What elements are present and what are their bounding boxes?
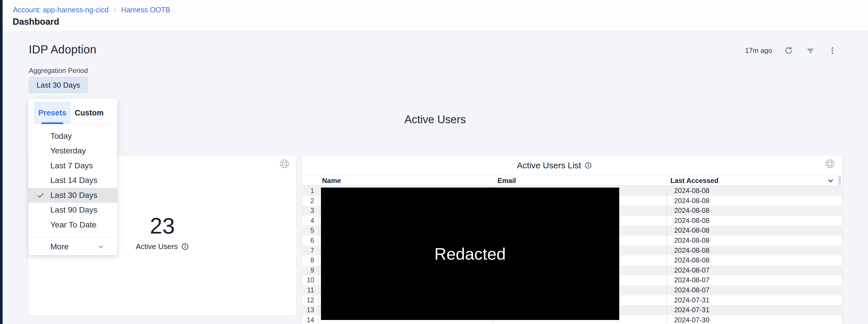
row-number: 6 (302, 236, 314, 246)
last-accessed-value: 2024-08-08 (674, 206, 710, 216)
chevron-down-icon (97, 243, 105, 250)
dropdown-options: Today Yesterday Last 7 Days Last 14 Days (28, 124, 117, 232)
last-accessed-value: 2024-08-08 (674, 246, 710, 256)
row-number: 5 (302, 225, 314, 236)
last-refreshed-label: 17m ago (745, 46, 772, 55)
last-accessed-value: 2024-08-08 (674, 216, 710, 226)
collapsed-sidebar-rail (0, 0, 3, 324)
column-header-last-accessed[interactable]: Last Accessed (671, 175, 718, 186)
dropdown-tabbar: Presets Custom (28, 99, 117, 124)
period-dropdown: Presets Custom Today Yesterday Last 7 Da… (28, 99, 117, 255)
aggregation-period-label: Aggregation Period (29, 67, 88, 75)
last-accessed-value: 2024-08-08 (674, 236, 710, 246)
globe-icon (825, 158, 836, 169)
check-icon (37, 191, 44, 199)
row-number: 2 (302, 196, 314, 206)
dropdown-option-label: Last 90 Days (50, 205, 97, 215)
last-accessed-value: 2024-07-31 (674, 305, 710, 315)
dashboard-toolbar: 17m ago (745, 45, 838, 56)
row-number: 7 (302, 246, 314, 256)
globe-icon (279, 158, 290, 169)
row-number: 12 (302, 295, 314, 305)
dropdown-option[interactable]: Last 30 Days (28, 188, 117, 203)
redacted-overlay: Redacted (321, 187, 619, 320)
breadcrumb-account-link[interactable]: Account: app-harness-ng-cicd (13, 6, 108, 14)
column-divider (318, 175, 319, 324)
row-number: 8 (302, 255, 314, 265)
last-accessed-value: 2024-08-08 (674, 186, 710, 196)
last-accessed-value: 2024-08-07 (674, 265, 710, 276)
last-accessed-value: 2024-08-07 (674, 275, 710, 285)
section-title: Active Users (28, 113, 842, 126)
top-header: Account: app-harness-ng-cicd Harness OOT… (3, 0, 868, 32)
kebab-menu-icon[interactable] (827, 45, 838, 56)
redacted-label: Redacted (434, 244, 506, 263)
dropdown-more-label: More (50, 242, 69, 251)
info-icon[interactable] (181, 243, 189, 250)
table-scrollbar-thumb[interactable] (838, 176, 841, 185)
last-accessed-value: 2024-08-08 (674, 196, 710, 206)
active-users-count-label: Active Users (136, 242, 178, 251)
row-number: 14 (302, 315, 314, 324)
last-accessed-value: 2024-07-30 (674, 315, 710, 324)
page-title: Dashboard (13, 17, 59, 27)
tab-custom[interactable]: Custom (71, 102, 107, 124)
column-header-name[interactable]: Name (322, 175, 341, 186)
info-icon[interactable] (585, 162, 592, 169)
last-accessed-value: 2024-08-08 (674, 255, 710, 265)
row-number: 9 (302, 265, 314, 276)
last-accessed-value: 2024-08-07 (674, 285, 710, 295)
row-number: 13 (302, 305, 314, 315)
breadcrumb-dashboard-link[interactable]: Harness OOTB (121, 6, 170, 14)
breadcrumb: Account: app-harness-ng-cicd Harness OOT… (13, 6, 170, 14)
row-number: 3 (302, 206, 314, 216)
breadcrumb-chevron-icon (113, 8, 117, 12)
dropdown-option[interactable]: Year To Date (28, 217, 117, 232)
last-accessed-value: 2024-07-31 (674, 295, 710, 305)
active-users-list-card: Active Users List Name Email Last Access… (302, 155, 842, 324)
dropdown-option-label: Last 14 Days (50, 176, 97, 185)
dropdown-option-label: Today (50, 132, 72, 141)
column-header-email[interactable]: Email (498, 175, 516, 186)
dropdown-option[interactable]: Today (28, 129, 117, 144)
column-divider (666, 175, 667, 324)
dropdown-option-label: Last 30 Days (50, 191, 97, 200)
table-header: Name Email Last Accessed (302, 175, 842, 186)
row-number: 10 (302, 275, 314, 285)
active-users-list-title: Active Users List (517, 160, 581, 170)
last-accessed-value: 2024-08-08 (674, 225, 710, 236)
refresh-icon[interactable] (783, 45, 794, 56)
chevron-down-icon[interactable] (827, 177, 834, 184)
filter-icon[interactable] (805, 45, 816, 56)
row-number: 1 (302, 186, 314, 196)
dropdown-option-label: Last 7 Days (50, 161, 93, 170)
dropdown-more[interactable]: More (28, 237, 117, 256)
dropdown-option[interactable]: Last 14 Days (28, 173, 117, 188)
row-number: 4 (302, 216, 314, 226)
dashboard-title: IDP Adoption (29, 43, 96, 56)
dropdown-option-label: Year To Date (50, 220, 96, 229)
dropdown-option[interactable]: Last 7 Days (28, 158, 117, 173)
tab-presets[interactable]: Presets (34, 102, 71, 124)
dropdown-option-label: Yesterday (50, 146, 86, 155)
aggregation-period-button[interactable]: Last 30 Days (29, 77, 88, 93)
row-number: 11 (302, 285, 314, 295)
dropdown-option[interactable]: Last 90 Days (28, 203, 117, 218)
dropdown-option[interactable]: Yesterday (28, 144, 117, 158)
